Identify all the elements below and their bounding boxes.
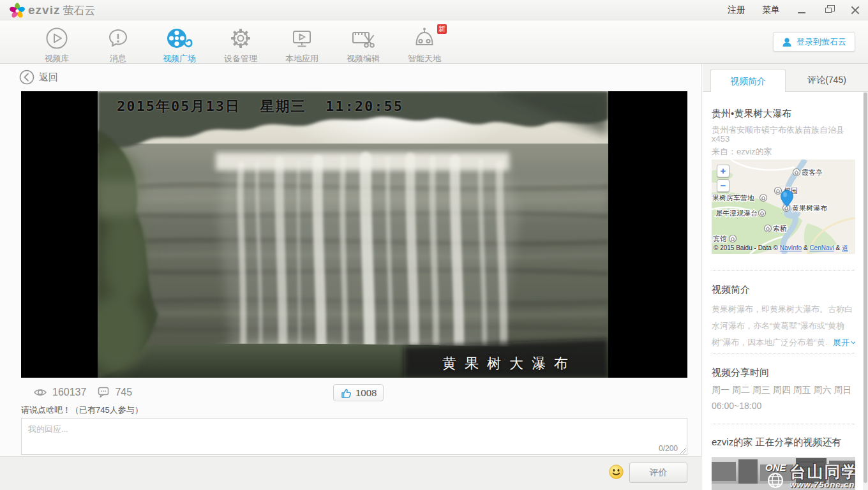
globe-icon: [767, 472, 784, 489]
close-button[interactable]: [850, 5, 860, 15]
views-eye-icon: [33, 387, 47, 397]
attrib-link-cennavi[interactable]: CenNavi: [809, 244, 834, 251]
robot-icon: [412, 26, 437, 51]
map-poi-label: 霞客亭: [802, 168, 823, 176]
close-icon: [851, 6, 860, 15]
nav-messages[interactable]: 消息: [87, 20, 149, 64]
view-count: 160137: [52, 387, 86, 398]
map-poi-label: 索桥: [773, 225, 787, 232]
nav-label: 智能天地: [394, 53, 455, 64]
app-logo: ezviz 萤石云: [9, 2, 95, 19]
nav-label: 设备管理: [210, 53, 271, 64]
submit-comment-button[interactable]: 评价: [629, 463, 687, 483]
map-poi-label: 果树房车营地: [712, 194, 754, 202]
related-video-thumbnail[interactable]: ONE 台山同学网 www.75one.cn: [712, 457, 855, 490]
film-scissors-icon: [349, 26, 377, 51]
divider: [712, 424, 855, 424]
like-count: 1008: [355, 387, 377, 398]
video-title: 贵州•黄果树大瀑布: [712, 108, 855, 119]
nav-label: 视频编辑: [333, 53, 394, 64]
video-frame: 2015年05月13日 星期三 11:20:55 黄果树大瀑布: [98, 91, 608, 378]
titlebar: ezviz 萤石云 注册 菜单: [0, 0, 868, 20]
restore-icon: [825, 8, 832, 13]
nav-video-editor[interactable]: 视频编辑: [333, 20, 394, 64]
like-button[interactable]: 1008: [333, 384, 384, 401]
waterfall-video-still: [98, 91, 608, 378]
user-icon: [782, 37, 792, 47]
video-address: 贵州省安顺市镇宁布依族苗族自治县x453: [712, 126, 855, 144]
message-bubble-icon: [105, 26, 131, 51]
nav-local-apps[interactable]: 本地应用: [271, 20, 333, 64]
nav-smart-world[interactable]: 智能天地 新: [394, 20, 455, 64]
watermark-logo: ONE: [765, 463, 786, 490]
thumbs-up-icon: [340, 387, 352, 399]
brand-name-cn: 萤石云: [63, 3, 95, 18]
back-chevron-icon: [19, 70, 34, 85]
sidebar-scrollbar[interactable]: [863, 92, 868, 490]
divider: [712, 353, 855, 353]
nav-label: 视频库: [26, 53, 87, 64]
schedule-hours: 06:00~18:00: [712, 401, 855, 411]
watermark-site-url: www.75one.cn: [790, 480, 855, 489]
comment-input[interactable]: [22, 419, 687, 454]
map-attribution: © 2015 Baidu - Data © NavInfo & CenNavi …: [714, 244, 855, 253]
forum-watermark: ONE 台山同学网 www.75one.cn: [765, 463, 855, 490]
comments-bubble-icon: [98, 387, 110, 398]
restore-button[interactable]: [823, 5, 834, 15]
schedule-heading: 视频分享时间: [712, 368, 855, 378]
resize-handle[interactable]: [680, 447, 686, 454]
comment-prompt: 请说点啥吧！（已有745人参与）: [21, 405, 143, 416]
gear-icon: [228, 26, 253, 51]
map-poi-label: 黄果树瀑布: [792, 204, 827, 212]
attrib-link-daodaotong[interactable]: 道: [842, 244, 848, 251]
back-label: 返回: [39, 71, 58, 84]
emoji-smiley-icon[interactable]: [609, 464, 624, 479]
map-canvas: 霞客亭 榕园 果树房车营地 黄果树瀑布 犀牛潭观瀑台 索桥 宾馆: [712, 160, 855, 254]
main-content: 返回: [0, 64, 702, 490]
nav-label: 视频广场: [149, 53, 210, 64]
map-poi-label: 犀牛潭观瀑台: [715, 209, 758, 217]
expand-label: 展开: [833, 338, 849, 347]
sidebar: 视频简介 评论(745) 贵州•黄果树大瀑布 贵州省安顺市镇宁布依族苗族自治县x…: [703, 64, 868, 490]
tab-comments[interactable]: 评论(745): [786, 68, 868, 91]
nav-video-library[interactable]: 视频库: [26, 20, 87, 64]
nav-label: 本地应用: [271, 53, 333, 64]
attrib-text: © 2015 Baidu - Data ©: [714, 244, 780, 251]
location-map[interactable]: 霞客亭 榕园 果树房车营地 黄果树瀑布 犀牛潭观瀑台 索桥 宾馆 + − © 2…: [712, 160, 855, 254]
video-source: 来自：ezviz的家: [712, 147, 855, 156]
video-stats: 160137 745: [33, 384, 132, 401]
intro-heading: 视频简介: [712, 285, 855, 295]
video-watermark-title: 黄果树大瀑布: [442, 354, 576, 373]
map-zoom-in-button[interactable]: +: [717, 165, 730, 177]
map-zoom-out-button[interactable]: −: [717, 179, 730, 192]
login-label: 登录到萤石云: [797, 36, 846, 48]
video-player[interactable]: 2015年05月13日 星期三 11:20:55 黄果树大瀑布: [21, 91, 687, 378]
register-link[interactable]: 注册: [728, 4, 745, 16]
minimize-icon: [798, 8, 805, 13]
tab-video-intro[interactable]: 视频简介: [710, 69, 786, 92]
schedule-days: 周一 周二 周三 周四 周五 周六 周日: [712, 385, 855, 395]
watermark-logo-text: ONE: [765, 463, 786, 472]
sidebar-tabbar: 视频简介 评论(745): [703, 64, 868, 92]
play-circle-icon: [44, 26, 70, 51]
scrollbar-thumb[interactable]: [864, 93, 867, 483]
film-reel-icon: [165, 26, 193, 51]
menu-link[interactable]: 菜单: [762, 4, 780, 16]
minimize-button[interactable]: [797, 5, 807, 15]
comment-action-bar: 评价: [0, 456, 702, 490]
map-poi-label: 宾馆: [713, 235, 727, 242]
comment-box: 0/200: [21, 418, 687, 455]
login-button[interactable]: 登录到萤石云: [773, 32, 855, 52]
back-button[interactable]: 返回: [19, 70, 58, 85]
ezviz-flower-icon: [9, 2, 26, 19]
nav-video-plaza[interactable]: 视频广场: [149, 20, 210, 64]
attrib-link-navinfo[interactable]: NavInfo: [780, 244, 802, 251]
expand-link[interactable]: 展开: [829, 334, 855, 351]
attrib-text: &: [834, 244, 842, 251]
new-badge: 新: [437, 24, 447, 34]
nav-device-management[interactable]: 设备管理: [210, 20, 271, 64]
watermark-site-name: 台山同学网: [790, 463, 855, 480]
sidebar-body: 贵州•黄果树大瀑布 贵州省安顺市镇宁布依族苗族自治县x453 来自：ezviz的…: [703, 92, 868, 490]
chevron-down-icon: [851, 339, 855, 344]
comment-count: 745: [115, 387, 132, 398]
